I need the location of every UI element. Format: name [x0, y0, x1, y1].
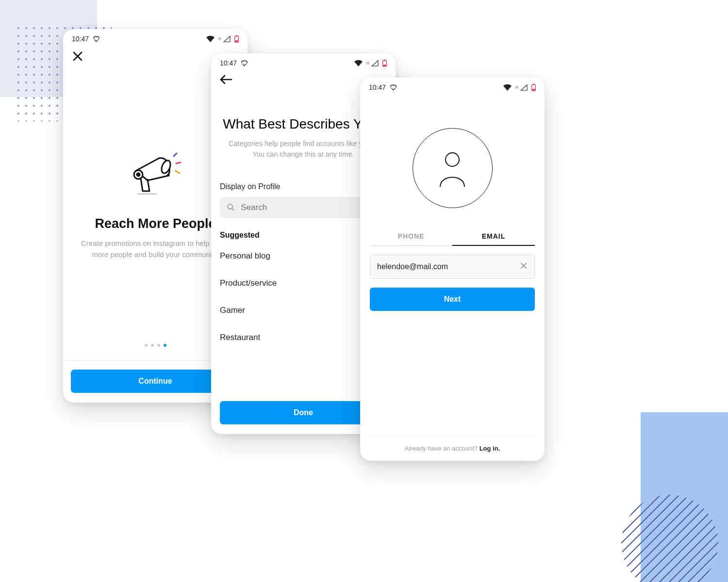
svg-rect-7 [384, 60, 385, 61]
svg-rect-2 [235, 40, 238, 42]
svg-point-13 [446, 153, 459, 166]
avatar-placeholder [413, 128, 493, 208]
tab-email[interactable]: EMAIL [452, 227, 535, 246]
battery-low-icon [531, 84, 536, 91]
login-link[interactable]: Log in. [480, 445, 500, 452]
search-icon [227, 203, 235, 212]
megaphone-illustration [126, 146, 184, 202]
svg-point-5 [137, 173, 140, 176]
cell-signal-icon [520, 84, 528, 91]
phone-signup-email: 10:47 H PHONE EMAIL Next Already have an… [360, 78, 545, 461]
tab-phone[interactable]: PHONE [370, 227, 452, 246]
status-time: 10:47 [220, 59, 237, 67]
status-bar: 10:47 H [63, 29, 248, 46]
email-input[interactable] [377, 262, 520, 271]
wifi-icon [206, 36, 215, 42]
status-time: 10:47 [72, 35, 89, 43]
svg-rect-11 [533, 84, 534, 85]
heart-rate-icon [93, 36, 100, 42]
clear-input-icon[interactable] [520, 262, 528, 272]
onboarding-title: Reach More People [95, 216, 215, 231]
close-icon[interactable] [72, 50, 83, 62]
svg-rect-8 [383, 65, 386, 66]
back-icon[interactable] [220, 75, 232, 84]
status-bar: 10:47 H [360, 78, 545, 94]
pager-dot [145, 344, 148, 347]
person-icon [435, 149, 469, 188]
login-prefix: Already have an account? [405, 445, 480, 452]
wifi-icon [354, 60, 363, 66]
status-time: 10:47 [369, 83, 386, 91]
pager-dot [157, 344, 160, 347]
network-type-label: H [366, 61, 370, 65]
pager-dots [145, 344, 166, 360]
wifi-icon [503, 84, 512, 91]
pager-dot-active [164, 344, 166, 347]
cell-signal-icon [371, 60, 379, 66]
login-footer: Already have an account? Log in. [370, 436, 535, 461]
battery-low-icon [234, 35, 239, 43]
svg-point-9 [228, 204, 232, 209]
svg-rect-1 [236, 35, 237, 36]
cell-signal-icon [223, 36, 231, 42]
status-bar: 10:47 H [211, 53, 396, 70]
next-button[interactable]: Next [370, 288, 535, 311]
battery-low-icon [382, 60, 387, 67]
network-type-label: H [515, 85, 519, 90]
network-type-label: H [218, 36, 222, 41]
heart-rate-icon [390, 84, 397, 91]
svg-rect-12 [532, 89, 535, 90]
contact-tabs: PHONE EMAIL [370, 227, 535, 246]
email-field[interactable] [370, 255, 535, 279]
pager-dot [151, 344, 154, 347]
heart-rate-icon [241, 60, 248, 66]
category-search-input[interactable] [241, 203, 380, 212]
